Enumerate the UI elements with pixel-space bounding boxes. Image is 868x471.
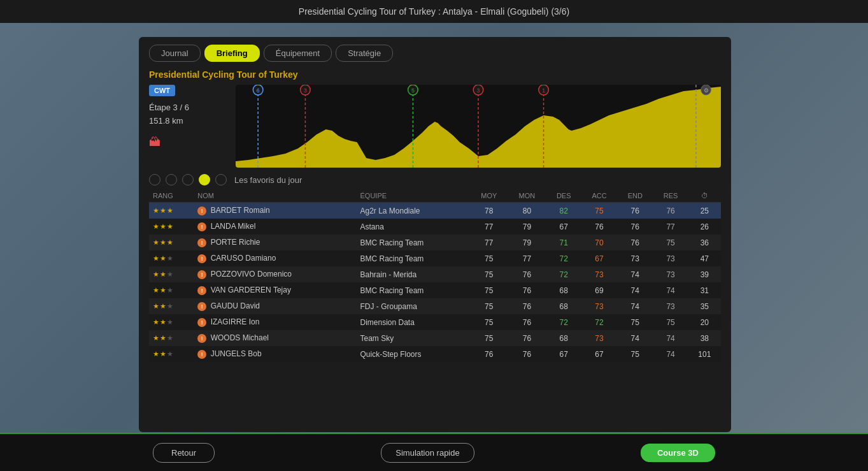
course-button[interactable]: Course 3D (641, 444, 715, 462)
info-icon: ! (197, 350, 206, 359)
cell-rang: ★★★ (149, 314, 194, 330)
th-end: END (617, 189, 653, 203)
cell-nom: ! LANDA Mikel (194, 219, 356, 235)
info-icon: ! (197, 318, 206, 327)
svg-text:1: 1 (542, 87, 545, 94)
table-row: ★★★ ! POZZOVIVO Domenico Bahrain - Merid… (149, 266, 721, 282)
cell-clock: 35 (688, 298, 721, 314)
table-wrapper: RANG NOM ÉQUIPE MOY MON DES ACC END RES … (139, 189, 731, 362)
svg-text:3: 3 (477, 87, 480, 94)
cell-clock: 39 (688, 266, 721, 282)
cell-nom: ! JUNGELS Bob (194, 346, 356, 362)
info-icon: ! (197, 270, 206, 279)
cell-end: 73 (617, 250, 653, 266)
cell-des: 72 (546, 266, 581, 282)
cell-mon: 79 (508, 219, 546, 235)
title-bar: Presidential Cycling Tour of Turkey : An… (0, 0, 868, 23)
cell-end: 76 (617, 219, 653, 235)
cell-end: 74 (617, 298, 653, 314)
cell-rang: ★★★ (149, 346, 194, 362)
th-res: RES (653, 189, 688, 203)
cell-nom: ! IZAGIRRE Ion (194, 314, 356, 330)
cell-mon: 76 (508, 298, 546, 314)
cell-nom: ! PORTE Richie (194, 235, 356, 250)
cell-rang: ★★★ (149, 330, 194, 346)
info-icon: ! (197, 207, 206, 215)
cell-res: 73 (653, 250, 688, 266)
cell-rang: ★★★ (149, 203, 194, 219)
cell-clock: 26 (688, 219, 721, 235)
table-row: ★★★ ! JUNGELS Bob Quick-Step Floors 76 7… (149, 346, 721, 362)
tab-journal[interactable]: Journal (149, 45, 201, 62)
info-icon: ! (197, 254, 206, 263)
cell-acc: 72 (581, 314, 617, 330)
cell-clock: 38 (688, 330, 721, 346)
info-icon: ! (197, 286, 206, 295)
svg-text:3: 3 (304, 87, 307, 94)
table-row: ★★★ ! BARDET Romain Ag2r La Mondiale 78 … (149, 203, 721, 219)
svg-text:6: 6 (257, 87, 260, 94)
cell-des: 72 (546, 314, 581, 330)
tab-briefing[interactable]: Briefing (204, 45, 260, 62)
cell-rang: ★★★ (149, 250, 194, 266)
cell-des: 72 (546, 250, 581, 266)
filter-circle-5[interactable] (215, 174, 227, 185)
simulation-button[interactable]: Simulation rapide (381, 443, 474, 463)
table-row: ★★★ ! IZAGIRRE Ion Dimension Data 75 76 … (149, 314, 721, 330)
cell-end: 74 (617, 266, 653, 282)
cell-end: 74 (617, 330, 653, 346)
th-nom: NOM (194, 189, 356, 203)
tab-equipement[interactable]: Équipement (264, 45, 332, 62)
cell-rang: ★★★ (149, 219, 194, 235)
cell-res: 73 (653, 266, 688, 282)
stage-info: Étape 3 / 6 151.8 km (149, 101, 225, 128)
th-acc: ACC (581, 189, 617, 203)
cell-des: 68 (546, 330, 581, 346)
cell-equipe: BMC Racing Team (356, 282, 470, 298)
info-icon: ! (197, 302, 206, 311)
cell-des: 67 (546, 219, 581, 235)
cell-nom: ! WOODS Michael (194, 330, 356, 346)
cell-nom: ! VAN GARDEREN Tejay (194, 282, 356, 298)
th-moy: MOY (470, 189, 508, 203)
table-row: ★★★ ! CARUSO Damiano BMC Racing Team 75 … (149, 250, 721, 266)
cell-res: 76 (653, 203, 688, 219)
profile-svg: 6 3 5 3 1 ⚙ (236, 85, 721, 168)
cell-des: 68 (546, 282, 581, 298)
cell-equipe: Dimension Data (356, 314, 470, 330)
cell-equipe: FDJ - Groupama (356, 298, 470, 314)
cell-clock: 25 (688, 203, 721, 219)
table-row: ★★★ ! VAN GARDEREN Tejay BMC Racing Team… (149, 282, 721, 298)
cell-end: 74 (617, 282, 653, 298)
section-title: Presidential Cycling Tour of Turkey (139, 67, 731, 85)
content-row: CWT Étape 3 / 6 151.8 km 🏔 (139, 85, 731, 168)
filter-circle-3[interactable] (182, 174, 194, 185)
cell-mon: 76 (508, 266, 546, 282)
cell-mon: 79 (508, 235, 546, 250)
cell-res: 74 (653, 346, 688, 362)
cell-nom: ! POZZOVIVO Domenico (194, 266, 356, 282)
cell-moy: 75 (470, 314, 508, 330)
cell-clock: 36 (688, 235, 721, 250)
bottom-bar: Retour Simulation rapide Course 3D (0, 433, 868, 471)
tab-strategie[interactable]: Stratégie (336, 45, 393, 62)
cell-rang: ★★★ (149, 298, 194, 314)
table-row: ★★★ ! LANDA Mikel Astana 77 79 67 76 76 … (149, 219, 721, 235)
th-mon: MON (508, 189, 546, 203)
cell-end: 76 (617, 235, 653, 250)
filter-circle-1[interactable] (149, 174, 160, 185)
cell-mon: 80 (508, 203, 546, 219)
cell-nom: ! CARUSO Damiano (194, 250, 356, 266)
cell-nom: ! BARDET Romain (194, 203, 356, 219)
filter-circle-4[interactable] (199, 174, 210, 185)
cell-rang: ★★★ (149, 235, 194, 250)
table-row: ★★★ ! PORTE Richie BMC Racing Team 77 79… (149, 235, 721, 250)
cell-res: 74 (653, 330, 688, 346)
retour-button[interactable]: Retour (153, 443, 215, 463)
cell-acc: 73 (581, 330, 617, 346)
cell-end: 75 (617, 314, 653, 330)
cell-acc: 70 (581, 235, 617, 250)
filter-circle-2[interactable] (166, 174, 177, 185)
cell-end: 75 (617, 346, 653, 362)
stage-line1: Étape 3 / 6 (149, 101, 225, 115)
